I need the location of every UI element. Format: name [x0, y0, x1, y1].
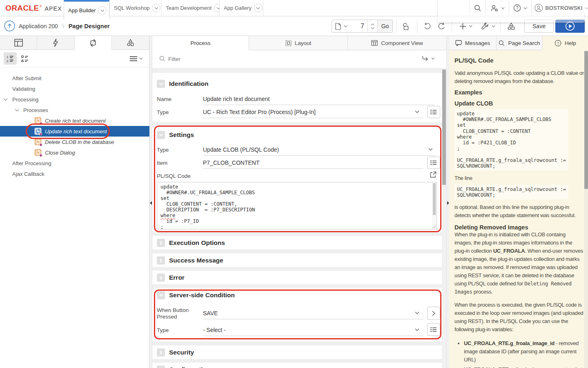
chevron-down-circle-icon[interactable] [152, 4, 160, 12]
quick-pick-button[interactable] [427, 323, 440, 336]
settings-type-select[interactable]: Update CLOB (PL/SQL Code) [203, 146, 279, 153]
expand-section-icon[interactable] [157, 274, 165, 282]
section-header[interactable]: Identification [157, 80, 208, 88]
tree-node-delete-clob[interactable]: Delete CLOB in the database [0, 137, 149, 147]
header-help-menu[interactable]: ? [509, 0, 531, 16]
section-server-side-condition: Server-side Condition When Button Presse… [152, 288, 442, 341]
section-header[interactable]: Configuration [157, 366, 211, 368]
registered-mark: ® [40, 4, 42, 8]
tab-component-view[interactable]: Component View [348, 36, 446, 50]
tree-node-after-submit[interactable]: After Submit [0, 73, 149, 83]
tab-dynamic-actions[interactable] [37, 36, 74, 50]
item-input[interactable]: P7_CLOB_CONTENT [203, 159, 259, 166]
name-input[interactable]: Update rich text document [203, 96, 270, 102]
section-header[interactable]: Execution Options [157, 239, 225, 247]
utilities-menu-button[interactable] [479, 20, 497, 33]
collapse-section-icon[interactable] [157, 131, 165, 139]
create-menu-button[interactable] [457, 20, 475, 33]
section-success-message: Success Message [152, 254, 442, 267]
spinner-down-icon[interactable] [371, 27, 374, 29]
header-spacer-cell [437, 0, 470, 16]
tab-layout[interactable]: Layout [249, 36, 348, 50]
oracle-apex-logo[interactable]: ORACLE® APEX [5, 0, 62, 16]
header-search-button[interactable] [470, 0, 486, 16]
tree-node-validating[interactable]: Validating [0, 83, 149, 94]
tree-node-ajax-callback[interactable]: Ajax Callback [0, 168, 149, 179]
code-editor-popout-button[interactable] [430, 171, 437, 178]
left-splitter[interactable] [149, 36, 152, 368]
nav-tab-app-builder[interactable]: App Builder [64, 0, 109, 19]
page-number-input[interactable]: 7 [361, 22, 364, 30]
tab-process[interactable]: Process [152, 36, 249, 50]
tree-collapse-icon[interactable] [15, 109, 19, 112]
tab-help[interactable]: ? Help [543, 36, 588, 50]
spinner-up-icon[interactable] [371, 23, 374, 26]
collapse-right-icon[interactable] [447, 200, 450, 205]
textarea-scrollbar[interactable] [432, 183, 436, 229]
tab-rendering[interactable] [0, 36, 37, 50]
plsql-code-textarea[interactable]: update #OWNER#.UC_FROALA_SAMPLE_CLOBS se… [157, 182, 437, 229]
expand-section-icon[interactable] [157, 256, 165, 265]
expand-section-icon[interactable] [157, 366, 165, 368]
condition-type-select[interactable]: - Select - [203, 327, 226, 333]
page-picker-button[interactable]: 7 [332, 20, 368, 32]
header-user-menu[interactable]: BOSTROWSKI [531, 0, 588, 16]
chevron-down-circle-icon[interactable] [254, 4, 263, 12]
right-splitter[interactable] [446, 36, 449, 368]
collapse-left-icon[interactable] [149, 200, 152, 205]
quick-pick-button[interactable] [427, 106, 440, 118]
section-header[interactable]: Security [157, 348, 194, 357]
go-to-button[interactable] [427, 307, 440, 320]
tree-node-create-rich-text-document[interactable]: Create rich text document [0, 115, 149, 126]
redo-button[interactable] [436, 20, 447, 33]
expand-section-icon[interactable] [157, 348, 165, 357]
tree-node-update-rich-text-document[interactable]: Update rich text document [0, 126, 149, 137]
collapse-section-icon[interactable] [157, 291, 165, 299]
save-button[interactable]: Save [524, 20, 554, 33]
center-scrollbar[interactable] [442, 68, 446, 368]
section-header[interactable]: Success Message [157, 256, 223, 265]
go-to-application-icon[interactable] [4, 20, 15, 31]
nav-tab-app-gallery[interactable]: App Gallery [219, 0, 263, 16]
avatar-icon [535, 3, 543, 13]
when-button-pressed-select[interactable]: SAVE [203, 310, 218, 316]
tree-menu-button[interactable] [127, 52, 145, 65]
nav-tab-sql-workshop[interactable]: SQL Workshop [109, 0, 161, 16]
go-button[interactable]: Go [377, 20, 392, 32]
go-to-selection-button[interactable] [422, 56, 435, 61]
tree-node-after-processing[interactable]: After Processing [0, 158, 149, 168]
section-header[interactable]: Error [157, 274, 185, 282]
filter-input[interactable]: Filter [168, 56, 180, 62]
header-admin-menu[interactable] [486, 0, 509, 16]
section-header[interactable]: Settings [157, 131, 194, 139]
select-chevron-icon [415, 312, 419, 314]
property-center-panel: Process Layout Component View [152, 36, 446, 368]
undo-button[interactable] [422, 20, 433, 33]
type-select[interactable]: UC - Rich Text Editor Pro (Process) [Plu… [203, 109, 316, 115]
tree-node-processes[interactable]: Processes [0, 105, 149, 115]
order-by-type-button[interactable] [18, 52, 31, 65]
order-by-execution-button[interactable]: 1 2 [4, 52, 17, 65]
shared-components-button[interactable] [505, 20, 517, 33]
tree-collapse-icon[interactable] [3, 98, 8, 101]
tab-messages[interactable]: Messages [449, 36, 497, 50]
nav-tab-team-development[interactable]: Team Development [161, 0, 219, 16]
tab-page-shared-components[interactable] [112, 36, 149, 50]
page-lock-button[interactable] [400, 20, 411, 33]
run-page-button[interactable] [555, 20, 585, 33]
svg-text:2: 2 [7, 59, 9, 62]
breadcrumb-application[interactable]: Application 200 [19, 23, 58, 29]
tab-processing[interactable] [75, 36, 112, 50]
collapse-section-icon[interactable] [157, 80, 165, 88]
quick-pick-button[interactable] [427, 157, 440, 169]
expand-section-icon[interactable] [157, 239, 165, 247]
tab-page-search[interactable]: Page Search [497, 36, 543, 50]
textarea-resize-grip[interactable] [432, 224, 436, 229]
chevron-down-circle-icon[interactable] [98, 6, 107, 15]
tree-node-close-dialog[interactable]: Close Dialog [0, 147, 149, 158]
section-header[interactable]: Server-side Condition [157, 291, 235, 299]
page-number-spinner[interactable] [368, 20, 377, 32]
help-update-clob-heading: Update CLOB [454, 100, 585, 107]
help-scrollbar[interactable] [584, 50, 588, 368]
tree-node-processing[interactable]: Processing [0, 94, 149, 105]
